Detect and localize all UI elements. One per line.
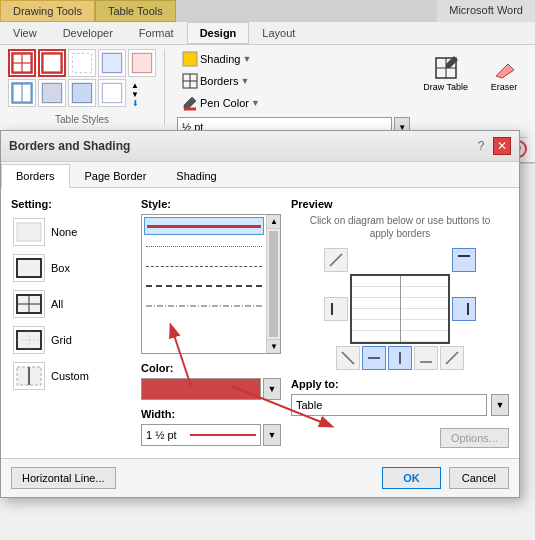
style-sample-6[interactable] — [8, 79, 36, 107]
dialog-help-button[interactable]: ? — [473, 138, 489, 154]
ribbon-tab-bar: Drawing Tools Table Tools Microsoft Word — [0, 0, 535, 22]
dialog-titlebar: Borders and Shading ? ✕ — [1, 131, 519, 162]
style-sample-9[interactable] — [98, 79, 126, 107]
border-controls: Shading ▼ Borders ▼ Pen Color ▼ — [177, 49, 410, 137]
svg-rect-4 — [72, 53, 91, 72]
tab-developer[interactable]: Developer — [50, 22, 126, 44]
tab-layout[interactable]: Layout — [249, 22, 308, 44]
draw-erase-buttons: Draw Table Eraser — [414, 49, 527, 97]
style-sample-8[interactable] — [68, 79, 96, 107]
style-scroll-arrows[interactable]: ▲ ▼ ⬇ — [128, 79, 142, 110]
svg-rect-10 — [72, 83, 91, 102]
table-styles-label: Table Styles — [8, 114, 156, 125]
tab-format[interactable]: Format — [126, 22, 187, 44]
dialog-close-button[interactable]: ✕ — [493, 137, 511, 155]
tab-design[interactable]: Design — [187, 22, 250, 44]
pen-color-button[interactable]: Pen Color ▼ — [177, 93, 410, 113]
svg-rect-5 — [102, 53, 121, 72]
svg-rect-6 — [132, 53, 151, 72]
pen-color-dropdown-arrow: ▼ — [251, 98, 260, 108]
shading-button[interactable]: Shading ▼ — [177, 49, 410, 69]
dialog-title: Borders and Shading — [9, 139, 130, 153]
draw-borders-tools: Shading ▼ Borders ▼ Pen Color ▼ — [177, 49, 527, 137]
style-sample-4[interactable] — [98, 49, 126, 77]
shading-dropdown-arrow: ▼ — [242, 54, 251, 64]
style-sample-2[interactable] — [38, 49, 66, 77]
draw-table-button[interactable]: Draw Table — [414, 49, 477, 97]
svg-rect-12 — [183, 52, 197, 66]
ribbon-second-row: View Developer Format Design Layout — [0, 22, 535, 45]
table-style-samples: ▲ ▼ ⬇ — [8, 49, 156, 110]
borders-button[interactable]: Borders ▼ — [177, 71, 410, 91]
tab-table-tools[interactable]: Table Tools — [95, 0, 176, 22]
style-sample-7[interactable] — [38, 79, 66, 107]
style-sample-5[interactable] — [128, 49, 156, 77]
app-title: Microsoft Word — [437, 0, 535, 22]
borders-shading-dialog: Borders and Shading ? ✕ Borders Page Bor… — [0, 130, 520, 164]
borders-dropdown-arrow: ▼ — [241, 76, 250, 86]
style-sample-3[interactable] — [68, 49, 96, 77]
style-sample-1[interactable] — [8, 49, 36, 77]
svg-rect-9 — [42, 83, 61, 102]
dialog-tabs: Borders Page Border Shading — [1, 162, 519, 164]
table-styles-section: ▲ ▼ ⬇ Table Styles — [8, 49, 165, 125]
tab-view[interactable]: View — [0, 22, 50, 44]
svg-rect-11 — [102, 83, 121, 102]
tab-drawing-tools[interactable]: Drawing Tools — [0, 0, 95, 22]
dialog-window-controls: ? ✕ — [473, 137, 511, 155]
svg-rect-3 — [42, 53, 61, 72]
ribbon-tab-spacer — [176, 0, 438, 22]
eraser-button[interactable]: Eraser — [481, 49, 527, 97]
